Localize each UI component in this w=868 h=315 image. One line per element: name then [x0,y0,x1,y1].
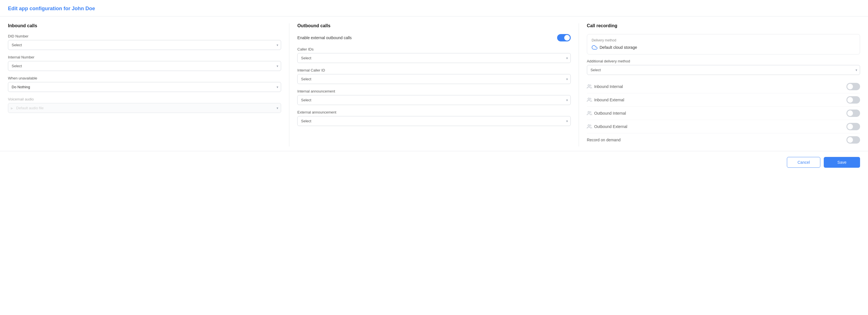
outbound-external-row: Outbound External [587,120,860,133]
delivery-method-card: Delivery method Default cloud storage [587,34,860,55]
when-unavailable-label: When unavailable [8,76,281,80]
cloud-storage-icon [592,45,597,50]
inbound-section-title: Inbound calls [8,23,281,28]
inbound-internal-row: Inbound Internal [587,80,860,93]
internal-number-label: Internal Number [8,55,281,59]
outbound-external-label: Outbound External [587,124,627,129]
outbound-external-icon [587,124,592,129]
inbound-internal-icon [587,84,592,89]
did-number-field: DID Number Select ▾ [8,34,281,50]
inbound-external-toggle[interactable] [846,96,860,104]
outbound-internal-icon [587,111,592,116]
delivery-method-value: Default cloud storage [592,45,855,50]
svg-point-3 [588,124,589,126]
enable-outbound-label: Enable external outbound calls [297,35,351,40]
inbound-internal-slider [846,83,860,90]
enable-outbound-row: Enable external outbound calls [297,34,570,41]
recording-toggles: Inbound Internal Inbound External [587,80,860,146]
when-unavailable-select[interactable]: Do Nothing Voicemail Forward [8,82,281,92]
page-title: Edit app configuration for John Doe [8,6,860,11]
page-header: Edit app configuration for John Doe [0,0,868,17]
inbound-internal-label: Inbound Internal [587,84,623,89]
user-name: John Doe [72,6,95,11]
svg-point-1 [588,98,589,99]
internal-announcement-field: Internal announcement Select ▾ [297,89,570,105]
external-announcement-label: External announcement [297,110,570,114]
inbound-external-row: Inbound External [587,93,860,107]
internal-number-select[interactable]: Select [8,61,281,71]
additional-delivery-label: Additional delivery method [587,59,860,63]
enable-outbound-toggle[interactable] [557,34,571,41]
internal-number-wrapper: Select ▾ [8,61,281,71]
toggle-slider [557,34,571,41]
voicemail-audio-label: Voicemail audio [8,97,281,101]
inbound-column: Inbound calls DID Number Select ▾ Intern… [8,23,289,146]
footer-actions: Cancel Save [0,151,868,173]
record-on-demand-slider [846,136,860,144]
page-title-prefix: Edit app configuration for [8,6,72,11]
external-announcement-select[interactable]: Select [297,116,570,126]
internal-announcement-select[interactable]: Select [297,95,570,105]
svg-point-0 [588,85,589,86]
inbound-external-slider [846,96,860,104]
when-unavailable-wrapper: Do Nothing Voicemail Forward ▾ [8,82,281,92]
internal-announcement-label: Internal announcement [297,89,570,93]
inbound-internal-text: Inbound Internal [594,84,623,89]
additional-delivery-field: Additional delivery method Select ▾ [587,59,860,75]
inbound-external-label: Inbound External [587,97,624,103]
inbound-internal-toggle[interactable] [846,83,860,90]
voicemail-audio-select: Default audio file [8,103,281,113]
voicemail-audio-wrapper: ▶ Default audio file ▾ [8,103,281,113]
outbound-internal-slider [846,110,860,117]
additional-delivery-select[interactable]: Select [587,65,860,75]
outbound-internal-label: Outbound Internal [587,111,626,116]
record-on-demand-label: Record on demand [587,138,621,142]
outbound-internal-row: Outbound Internal [587,107,860,120]
recording-section-title: Call recording [587,23,860,28]
caller-ids-label: Caller IDs [297,47,570,51]
record-on-demand-text: Record on demand [587,138,621,142]
outbound-external-slider [846,123,860,130]
outbound-column: Outbound calls Enable external outbound … [289,23,579,146]
outbound-section-title: Outbound calls [297,23,570,28]
caller-ids-wrapper: Select ▾ [297,53,570,63]
when-unavailable-field: When unavailable Do Nothing Voicemail Fo… [8,76,281,92]
internal-announcement-wrapper: Select ▾ [297,95,570,105]
external-announcement-wrapper: Select ▾ [297,116,570,126]
record-on-demand-toggle[interactable] [846,136,860,144]
did-number-label: DID Number [8,34,281,38]
record-on-demand-row: Record on demand [587,133,860,146]
caller-ids-select[interactable]: Select [297,53,570,63]
voicemail-audio-field: Voicemail audio ▶ Default audio file ▾ [8,97,281,113]
did-number-select[interactable]: Select [8,40,281,50]
svg-point-2 [588,111,589,113]
delivery-method-value-text: Default cloud storage [600,45,637,50]
inbound-external-text: Inbound External [594,97,624,102]
outbound-internal-toggle[interactable] [846,110,860,117]
internal-number-field: Internal Number Select ▾ [8,55,281,71]
did-number-wrapper: Select ▾ [8,40,281,50]
additional-delivery-wrapper: Select ▾ [587,65,860,75]
internal-caller-id-select[interactable]: Select [297,74,570,84]
internal-caller-id-field: Internal Caller ID Select ▾ [297,68,570,84]
recording-column: Call recording Delivery method Default c… [579,23,860,146]
cancel-button[interactable]: Cancel [787,157,820,168]
caller-ids-field: Caller IDs Select ▾ [297,47,570,63]
internal-caller-id-wrapper: Select ▾ [297,74,570,84]
outbound-external-text: Outbound External [594,124,627,129]
inbound-external-icon [587,97,592,103]
delivery-method-label: Delivery method [592,38,855,42]
outbound-internal-text: Outbound Internal [594,111,626,115]
outbound-external-toggle[interactable] [846,123,860,130]
external-announcement-field: External announcement Select ▾ [297,110,570,126]
save-button[interactable]: Save [824,157,860,168]
internal-caller-id-label: Internal Caller ID [297,68,570,73]
